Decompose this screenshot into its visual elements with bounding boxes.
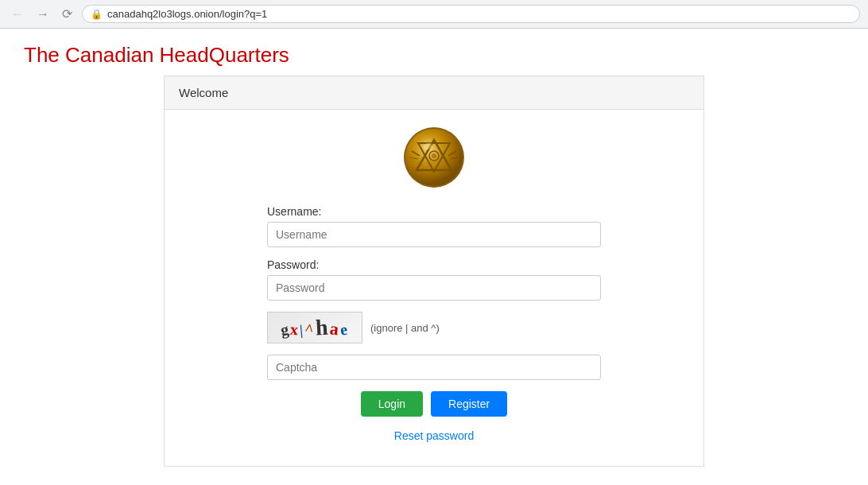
page-body: Welcome: [0, 76, 868, 485]
reset-password-link[interactable]: Reset password: [394, 429, 474, 442]
login-card: Welcome: [164, 76, 704, 467]
url-text: canadahq2lo3logs.onion/login?q=1: [107, 8, 267, 20]
svg-point-9: [432, 153, 436, 158]
captcha-note: (ignore | and ^): [370, 322, 440, 334]
card-header: Welcome: [165, 76, 703, 110]
password-group: Password:: [267, 258, 601, 301]
browser-chrome: ← → ⟳ 🔒 canadahq2lo3logs.onion/login?q=1: [0, 0, 868, 29]
reload-button[interactable]: ⟳: [59, 5, 76, 23]
address-bar[interactable]: 🔒 canadahq2lo3logs.onion/login?q=1: [82, 5, 860, 23]
captcha-image: gx|^hae: [267, 312, 362, 343]
password-label: Password:: [267, 258, 601, 271]
card-body: Username: Password: gx|^hae (ignore | an…: [165, 110, 703, 466]
back-button[interactable]: ←: [8, 6, 27, 23]
captcha-input[interactable]: [267, 355, 601, 380]
site-title: The Canadian HeadQuarters: [24, 43, 844, 68]
forward-button[interactable]: →: [33, 6, 52, 23]
page-header: The Canadian HeadQuarters: [0, 29, 868, 76]
captcha-group: [267, 355, 601, 380]
username-input[interactable]: [267, 222, 601, 247]
welcome-label: Welcome: [179, 86, 228, 99]
username-label: Username:: [267, 205, 601, 218]
lock-icon: 🔒: [91, 9, 103, 20]
username-group: Username:: [267, 205, 601, 247]
buttons-row: Login Register: [267, 391, 601, 417]
captcha-text: gx|^hae: [281, 315, 348, 340]
captcha-row: gx|^hae (ignore | and ^): [267, 312, 601, 343]
register-button[interactable]: Register: [431, 391, 507, 417]
password-input[interactable]: [267, 275, 601, 301]
coin-logo: [402, 126, 466, 189]
login-button[interactable]: Login: [361, 391, 423, 417]
